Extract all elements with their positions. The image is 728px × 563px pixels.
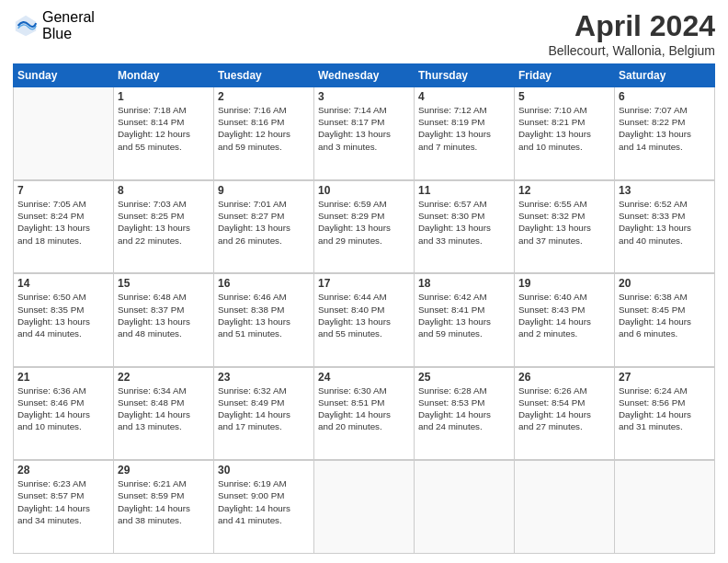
day-number: 8: [118, 184, 210, 197]
calendar-cell: 27Sunrise: 6:24 AM Sunset: 8:56 PM Dayli…: [615, 367, 715, 460]
day-info: Sunrise: 6:55 AM Sunset: 8:32 PM Dayligh…: [518, 198, 610, 247]
calendar-cell: 1Sunrise: 7:18 AM Sunset: 8:14 PM Daylig…: [114, 87, 214, 180]
calendar-cell: 8Sunrise: 7:03 AM Sunset: 8:25 PM Daylig…: [114, 180, 214, 273]
day-info: Sunrise: 7:12 AM Sunset: 8:19 PM Dayligh…: [418, 104, 510, 153]
day-info: Sunrise: 7:01 AM Sunset: 8:27 PM Dayligh…: [218, 198, 310, 247]
calendar-cell: 18Sunrise: 6:42 AM Sunset: 8:41 PM Dayli…: [415, 273, 515, 366]
calendar-week-row: 14Sunrise: 6:50 AM Sunset: 8:35 PM Dayli…: [14, 273, 715, 366]
col-header-saturday: Saturday: [615, 64, 715, 87]
day-info: Sunrise: 6:57 AM Sunset: 8:30 PM Dayligh…: [418, 198, 510, 247]
calendar-cell: 6Sunrise: 7:07 AM Sunset: 8:22 PM Daylig…: [615, 87, 715, 180]
day-info: Sunrise: 6:52 AM Sunset: 8:33 PM Dayligh…: [619, 198, 711, 247]
day-info: Sunrise: 6:48 AM Sunset: 8:37 PM Dayligh…: [118, 291, 210, 339]
logo-blue: Blue: [42, 26, 95, 42]
day-number: 12: [518, 184, 610, 197]
day-info: Sunrise: 6:59 AM Sunset: 8:29 PM Dayligh…: [318, 198, 410, 247]
col-header-wednesday: Wednesday: [314, 64, 415, 87]
day-number: 24: [318, 371, 410, 384]
day-info: Sunrise: 7:16 AM Sunset: 8:16 PM Dayligh…: [218, 104, 310, 153]
day-number: 2: [218, 90, 310, 103]
day-info: Sunrise: 6:23 AM Sunset: 8:57 PM Dayligh…: [17, 477, 109, 526]
title-area: April 2024 Bellecourt, Wallonia, Belgium: [548, 9, 715, 58]
calendar-cell: 23Sunrise: 6:32 AM Sunset: 8:49 PM Dayli…: [214, 367, 314, 460]
month-title: April 2024: [548, 9, 715, 43]
day-number: 1: [118, 90, 210, 103]
day-number: 27: [619, 371, 711, 384]
calendar-header-row: SundayMondayTuesdayWednesdayThursdayFrid…: [14, 64, 715, 87]
calendar-cell: 13Sunrise: 6:52 AM Sunset: 8:33 PM Dayli…: [615, 180, 715, 273]
day-number: 16: [218, 277, 310, 290]
day-number: 19: [518, 277, 610, 290]
day-info: Sunrise: 6:24 AM Sunset: 8:56 PM Dayligh…: [619, 385, 711, 433]
day-number: 10: [318, 184, 410, 197]
day-number: 28: [17, 464, 109, 477]
calendar-cell: 11Sunrise: 6:57 AM Sunset: 8:30 PM Dayli…: [415, 180, 515, 273]
calendar-cell: [314, 460, 415, 553]
calendar-week-row: 21Sunrise: 6:36 AM Sunset: 8:46 PM Dayli…: [14, 367, 715, 460]
day-number: 4: [418, 90, 510, 103]
day-info: Sunrise: 7:10 AM Sunset: 8:21 PM Dayligh…: [518, 104, 610, 153]
calendar-cell: [14, 87, 114, 180]
day-number: 30: [218, 464, 310, 477]
calendar-table: SundayMondayTuesdayWednesdayThursdayFrid…: [13, 63, 715, 554]
calendar-cell: 24Sunrise: 6:30 AM Sunset: 8:51 PM Dayli…: [314, 367, 415, 460]
day-info: Sunrise: 6:40 AM Sunset: 8:43 PM Dayligh…: [518, 291, 610, 339]
col-header-tuesday: Tuesday: [214, 64, 314, 87]
day-number: 13: [619, 184, 711, 197]
calendar-cell: 29Sunrise: 6:21 AM Sunset: 8:59 PM Dayli…: [114, 460, 214, 553]
logo-text: General Blue: [42, 9, 95, 41]
calendar-cell: 19Sunrise: 6:40 AM Sunset: 8:43 PM Dayli…: [515, 273, 615, 366]
day-info: Sunrise: 6:34 AM Sunset: 8:48 PM Dayligh…: [118, 385, 210, 433]
day-info: Sunrise: 7:05 AM Sunset: 8:24 PM Dayligh…: [17, 198, 109, 247]
calendar-week-row: 28Sunrise: 6:23 AM Sunset: 8:57 PM Dayli…: [14, 460, 715, 553]
day-info: Sunrise: 7:14 AM Sunset: 8:17 PM Dayligh…: [318, 104, 410, 153]
day-info: Sunrise: 7:07 AM Sunset: 8:22 PM Dayligh…: [619, 104, 711, 153]
generalblue-logo-icon: [13, 13, 39, 39]
day-info: Sunrise: 6:26 AM Sunset: 8:54 PM Dayligh…: [518, 385, 610, 433]
day-info: Sunrise: 6:30 AM Sunset: 8:51 PM Dayligh…: [318, 385, 410, 433]
calendar-cell: 5Sunrise: 7:10 AM Sunset: 8:21 PM Daylig…: [515, 87, 615, 180]
day-number: 20: [619, 277, 711, 290]
day-info: Sunrise: 7:03 AM Sunset: 8:25 PM Dayligh…: [118, 198, 210, 247]
day-number: 23: [218, 371, 310, 384]
calendar-cell: 12Sunrise: 6:55 AM Sunset: 8:32 PM Dayli…: [515, 180, 615, 273]
day-number: 9: [218, 184, 310, 197]
day-number: 15: [118, 277, 210, 290]
day-number: 14: [17, 277, 109, 290]
calendar-cell: 28Sunrise: 6:23 AM Sunset: 8:57 PM Dayli…: [14, 460, 114, 553]
day-number: 3: [318, 90, 410, 103]
day-info: Sunrise: 6:36 AM Sunset: 8:46 PM Dayligh…: [17, 385, 109, 433]
calendar-cell: 17Sunrise: 6:44 AM Sunset: 8:40 PM Dayli…: [314, 273, 415, 366]
day-info: Sunrise: 7:18 AM Sunset: 8:14 PM Dayligh…: [118, 104, 210, 153]
day-number: 29: [118, 464, 210, 477]
day-info: Sunrise: 6:42 AM Sunset: 8:41 PM Dayligh…: [418, 291, 510, 339]
day-number: 22: [118, 371, 210, 384]
calendar-cell: 10Sunrise: 6:59 AM Sunset: 8:29 PM Dayli…: [314, 180, 415, 273]
logo: General Blue: [13, 9, 95, 41]
day-number: 21: [17, 371, 109, 384]
location: Bellecourt, Wallonia, Belgium: [548, 43, 715, 58]
day-number: 17: [318, 277, 410, 290]
day-info: Sunrise: 6:32 AM Sunset: 8:49 PM Dayligh…: [218, 385, 310, 433]
calendar-cell: [415, 460, 515, 553]
col-header-monday: Monday: [114, 64, 214, 87]
day-info: Sunrise: 6:28 AM Sunset: 8:53 PM Dayligh…: [418, 385, 510, 433]
calendar-cell: 7Sunrise: 7:05 AM Sunset: 8:24 PM Daylig…: [14, 180, 114, 273]
day-number: 18: [418, 277, 510, 290]
calendar-week-row: 7Sunrise: 7:05 AM Sunset: 8:24 PM Daylig…: [14, 180, 715, 273]
calendar-cell: 14Sunrise: 6:50 AM Sunset: 8:35 PM Dayli…: [14, 273, 114, 366]
calendar-cell: 3Sunrise: 7:14 AM Sunset: 8:17 PM Daylig…: [314, 87, 415, 180]
calendar-cell: 16Sunrise: 6:46 AM Sunset: 8:38 PM Dayli…: [214, 273, 314, 366]
calendar-cell: 26Sunrise: 6:26 AM Sunset: 8:54 PM Dayli…: [515, 367, 615, 460]
day-info: Sunrise: 6:38 AM Sunset: 8:45 PM Dayligh…: [619, 291, 711, 339]
col-header-sunday: Sunday: [14, 64, 114, 87]
day-info: Sunrise: 6:46 AM Sunset: 8:38 PM Dayligh…: [218, 291, 310, 339]
day-info: Sunrise: 6:21 AM Sunset: 8:59 PM Dayligh…: [118, 477, 210, 526]
day-number: 7: [17, 184, 109, 197]
calendar-cell: [615, 460, 715, 553]
day-number: 11: [418, 184, 510, 197]
calendar-cell: 25Sunrise: 6:28 AM Sunset: 8:53 PM Dayli…: [415, 367, 515, 460]
day-info: Sunrise: 6:44 AM Sunset: 8:40 PM Dayligh…: [318, 291, 410, 339]
calendar-week-row: 1Sunrise: 7:18 AM Sunset: 8:14 PM Daylig…: [14, 87, 715, 180]
day-number: 25: [418, 371, 510, 384]
